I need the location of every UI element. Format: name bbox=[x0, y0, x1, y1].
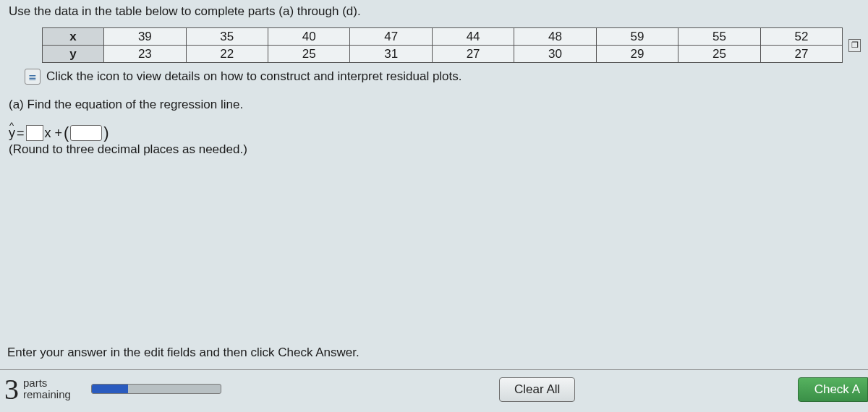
table-cell: 25 bbox=[678, 46, 760, 63]
y-hat-symbol: ^ y bbox=[9, 126, 15, 141]
parts-count: 3 bbox=[4, 372, 19, 406]
table-cell: 27 bbox=[760, 46, 842, 63]
check-answer-button[interactable]: Check A bbox=[798, 377, 868, 402]
help-text: Click the icon to view details on how to… bbox=[46, 69, 462, 84]
parts-remaining-label: parts remaining bbox=[23, 377, 71, 400]
paren-close: ) bbox=[103, 126, 109, 140]
rounding-note: (Round to three decimal places as needed… bbox=[7, 142, 861, 157]
table-cell: 25 bbox=[268, 46, 350, 63]
table-cell: 48 bbox=[514, 28, 596, 46]
table-row: y 23 22 25 31 27 30 29 25 27 bbox=[43, 46, 843, 63]
table-cell: 35 bbox=[186, 28, 268, 46]
table-cell: 30 bbox=[514, 46, 596, 63]
table-cell: 52 bbox=[760, 28, 842, 46]
table-cell: 31 bbox=[350, 46, 432, 63]
equation-row: ^ y = x + ( ) bbox=[7, 125, 861, 141]
table-cell: 29 bbox=[596, 46, 678, 63]
data-table: x 39 35 40 47 44 48 59 55 52 y 23 22 25 … bbox=[42, 27, 843, 63]
table-cell: 22 bbox=[186, 46, 268, 63]
equals-sign: = bbox=[17, 126, 25, 141]
part-a-prompt: (a) Find the equation of the regression … bbox=[7, 98, 861, 112]
table-cell: 39 bbox=[104, 28, 186, 46]
table-cell: 59 bbox=[596, 28, 678, 46]
enter-answer-note: Enter your answer in the edit fields and… bbox=[7, 346, 359, 360]
eq-text-xplus: x + bbox=[45, 126, 63, 141]
table-cell: 23 bbox=[104, 46, 186, 63]
bottom-bar: 3 parts remaining Clear All Check A bbox=[0, 370, 868, 412]
paren-open: ( bbox=[64, 126, 69, 140]
table-cell: 47 bbox=[350, 28, 432, 46]
instruction-text: Use the data in the table below to compl… bbox=[7, 4, 861, 19]
table-cell: 27 bbox=[432, 46, 514, 63]
intercept-input[interactable] bbox=[70, 125, 102, 141]
slope-input[interactable] bbox=[26, 125, 43, 141]
progress-bar bbox=[91, 384, 221, 394]
copy-icon[interactable]: ❐ bbox=[848, 39, 861, 52]
table-cell: 44 bbox=[432, 28, 514, 46]
table-row: x 39 35 40 47 44 48 59 55 52 bbox=[43, 28, 843, 46]
clear-all-button[interactable]: Clear All bbox=[499, 377, 575, 402]
row-label-x: x bbox=[43, 28, 104, 46]
residual-plot-help-icon[interactable]: ≣ bbox=[25, 69, 41, 85]
table-cell: 40 bbox=[268, 28, 350, 46]
row-label-y: y bbox=[43, 46, 104, 63]
table-cell: 55 bbox=[678, 28, 760, 46]
